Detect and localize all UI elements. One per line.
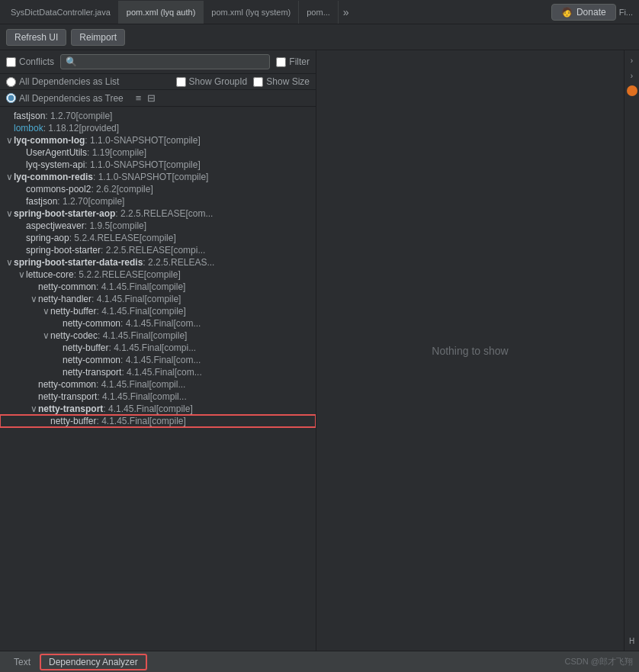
dep-version: : 4.1.45.Final (92, 294, 144, 304)
dep-scope: [provided] (79, 123, 119, 133)
tab-sysdictdatacontroller[interactable]: SysDictDataController.java (3, 1, 119, 24)
dep-name: netty-buffer (63, 342, 108, 353)
show-groupid-label[interactable]: Show GroupId (176, 76, 248, 87)
tree-row-15[interactable]: ∨netty-handler : 4.1.45.Final [compile] (0, 293, 316, 305)
sidebar-orange-dot[interactable] (625, 84, 639, 98)
dep-version: : 4.1.45.Final (96, 416, 149, 426)
dep-version: : 4.1.45.Final (120, 318, 173, 329)
dep-scope: [compil... (150, 391, 187, 402)
tree-row-21[interactable]: netty-transport : 4.1.45.Final [com... (0, 366, 316, 378)
dependency-analyzer-tab[interactable]: Dependency Analyzer (40, 654, 147, 670)
toggle-icon[interactable]: ∨ (5, 208, 14, 219)
dep-version: : 2.2.5.RELEAS... (143, 257, 214, 268)
dep-name: netty-common (63, 355, 120, 365)
tree-row-23[interactable]: netty-transport : 4.1.45.Final [compil..… (0, 391, 316, 403)
show-groupid-checkbox[interactable] (176, 77, 186, 87)
tree-row-2[interactable]: ∨lyq-common-log : 1.1.0-SNAPSHOT [compil… (0, 134, 316, 146)
tree-row-10[interactable]: spring-aop : 5.2.4.RELEASE [compile] (0, 232, 316, 244)
dep-name: lettuce-core (26, 269, 74, 280)
tree-row-11[interactable]: spring-boot-starter : 2.2.5.RELEASE [com… (0, 244, 316, 256)
tree-row-18[interactable]: ∨netty-codec : 4.1.45.Final [compile] (0, 330, 316, 342)
tab-pom-system[interactable]: pom.xml (lyq system) (204, 1, 299, 24)
tree-row-7[interactable]: fastjson : 1.2.70 [compile] (0, 195, 316, 207)
dep-scope: [compile] (75, 111, 112, 121)
refresh-ui-button[interactable]: Refresh UI (6, 29, 66, 46)
tree-row-20[interactable]: netty-common : 4.1.45.Final [com... (0, 354, 316, 366)
tree-row-19[interactable]: netty-buffer : 4.1.45.Final [compi... (0, 342, 316, 354)
dep-version: : 1.18.12 (43, 123, 79, 133)
donate-button[interactable]: 🧑 Donate (551, 4, 616, 21)
toggle-icon[interactable]: ∨ (5, 172, 14, 182)
tree-row-14[interactable]: netty-common : 4.1.45.Final [compile] (0, 281, 316, 293)
dep-scope: [compi... (162, 342, 196, 353)
dep-version: : 1.1.0-SNAPSHOT (85, 135, 163, 146)
tree-row-8[interactable]: ∨spring-boot-starter-aop : 2.2.5.RELEASE… (0, 207, 316, 220)
all-deps-tree-radio[interactable] (6, 93, 16, 103)
reimport-button[interactable]: Reimport (71, 29, 125, 46)
tab-overflow-icon[interactable]: » (339, 6, 354, 18)
toggle-icon[interactable]: ∨ (41, 330, 50, 341)
dep-version: : 1.1.0-SNAPSHOT (93, 172, 172, 182)
all-deps-tree-row: All Dependencies as Tree ≡ ⊟ (0, 90, 316, 107)
toolbar: Refresh UI Reimport (0, 24, 639, 50)
toggle-icon[interactable]: ∨ (17, 269, 26, 280)
show-size-label[interactable]: Show Size (253, 76, 310, 87)
dep-version: : 1.9.5 (85, 220, 110, 231)
dep-version: : 4.1.45.Final (96, 379, 149, 390)
dep-version: : 4.1.45.Final (108, 342, 161, 353)
dep-name: UserAgentUtils (26, 147, 87, 158)
toggle-icon[interactable]: ∨ (41, 306, 50, 317)
tree-row-25[interactable]: netty-buffer : 4.1.45.Final [compile] (0, 415, 316, 427)
dep-scope: [compile] (164, 135, 201, 146)
toggle-icon[interactable]: ∨ (29, 404, 38, 414)
conflicts-checkbox[interactable] (6, 57, 16, 67)
filter-label[interactable]: Filter (276, 56, 310, 67)
tree-row-3[interactable]: UserAgentUtils : 1.19 [compile] (0, 146, 316, 159)
right-panel: Nothing to show (316, 50, 624, 651)
toggle-icon[interactable]: ∨ (29, 294, 38, 304)
tree-row-22[interactable]: netty-common : 4.1.45.Final [compil... (0, 378, 316, 391)
tree-row-4[interactable]: lyq-system-api : 1.1.0-SNAPSHOT [compile… (0, 159, 316, 171)
tree-row-1[interactable]: lombok : 1.18.12 [provided] (0, 122, 316, 134)
search-input[interactable] (80, 56, 265, 67)
sidebar-chevron-2[interactable]: › (625, 69, 639, 82)
dep-scope: [compile] (172, 172, 208, 182)
collapse-all-button[interactable]: ⊟ (146, 92, 157, 104)
tree-row-0[interactable]: fastjson : 1.2.70 [compile] (0, 110, 316, 122)
tree-row-6[interactable]: commons-pool2 : 2.6.2 [compile] (0, 183, 316, 195)
tree-row-13[interactable]: ∨lettuce-core : 5.2.2.RELEASE [compile] (0, 268, 316, 281)
all-deps-list-radio-label[interactable]: All Dependencies as List (6, 76, 119, 87)
toggle-icon[interactable]: ∨ (5, 257, 14, 268)
tree-row-9[interactable]: aspectjweaver : 1.9.5 [compile] (0, 220, 316, 232)
notification-dot (627, 85, 637, 96)
expand-all-button[interactable]: ≡ (134, 92, 143, 104)
show-size-checkbox[interactable] (253, 77, 263, 87)
conflicts-checkbox-label[interactable]: Conflicts (6, 56, 54, 67)
tab-pom-auth[interactable]: pom.xml (lyq auth) (119, 1, 204, 24)
dep-name: spring-aop (26, 233, 69, 243)
tab-pom-more[interactable]: pom... (299, 1, 339, 24)
sidebar-h-icon[interactable]: H (625, 634, 639, 648)
text-tab[interactable]: Text (6, 655, 38, 669)
tree-row-12[interactable]: ∨spring-boot-starter-data-redis : 2.2.5.… (0, 256, 316, 268)
tree-row-24[interactable]: ∨netty-transport : 4.1.45.Final [compile… (0, 403, 316, 415)
tree-row-17[interactable]: netty-common : 4.1.45.Final [com... (0, 317, 316, 330)
left-panel: Conflicts 🔍 Filter All Dependencies as L… (0, 50, 316, 651)
filter-checkbox[interactable] (276, 57, 286, 67)
status-bar: Text Dependency Analyzer CSDN @郎才飞翔 (0, 651, 639, 672)
search-box[interactable]: 🔍 (60, 54, 270, 69)
tree-action-icons: ≡ ⊟ (134, 92, 158, 104)
dep-scope: [com... (173, 318, 201, 329)
tree-row-16[interactable]: ∨netty-buffer : 4.1.45.Final [compile] (0, 305, 316, 317)
sidebar-chevron-1[interactable]: › (625, 53, 639, 67)
dep-version: : 2.2.5.RELEASE (101, 245, 171, 256)
dep-name: netty-common (38, 281, 96, 292)
dep-name: lyq-system-api (26, 159, 85, 170)
dependency-tree[interactable]: fastjson : 1.2.70 [compile] lombok : 1.1… (0, 107, 316, 651)
dep-scope: [compile] (110, 220, 146, 231)
dep-version: : 2.2.5.RELEASE (115, 208, 185, 219)
all-deps-tree-radio-label[interactable]: All Dependencies as Tree (6, 93, 124, 104)
toggle-icon[interactable]: ∨ (5, 135, 14, 146)
tree-row-5[interactable]: ∨lyq-common-redis : 1.1.0-SNAPSHOT [comp… (0, 171, 316, 183)
all-deps-list-radio[interactable] (6, 77, 16, 87)
